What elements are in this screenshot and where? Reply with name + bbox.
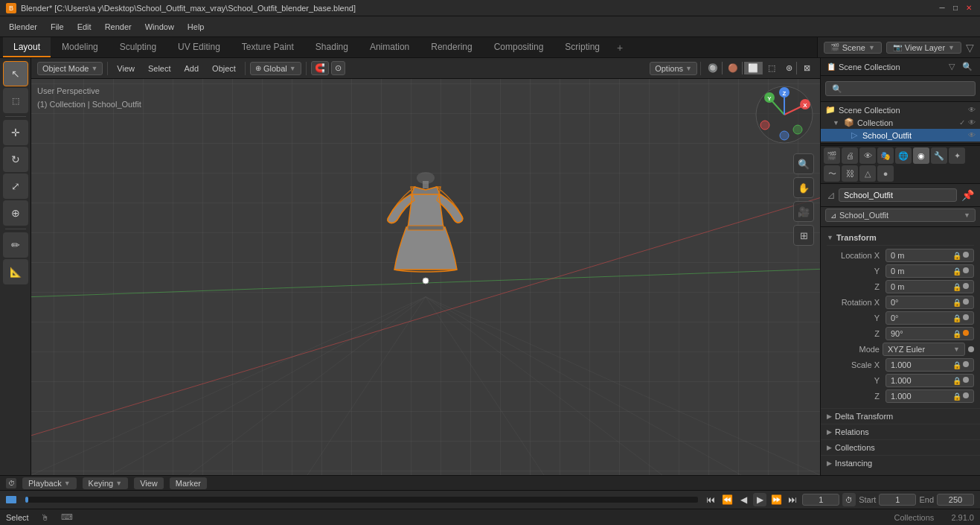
annotate-tool-button[interactable]: ✏ [3, 232, 28, 258]
workspace-tab-rendering[interactable]: Rendering [420, 37, 482, 57]
zoom-in-button[interactable]: 🔍 [793, 153, 814, 174]
menu-blender[interactable]: Blender [3, 20, 43, 34]
workspace-tab-layout[interactable]: Layout [3, 37, 51, 57]
rotation-z-field[interactable]: 90° 🔒 [885, 327, 974, 340]
rotation-x-field[interactable]: 0° 🔒 [885, 296, 974, 309]
navigation-gizmo[interactable]: X Y Z [755, 85, 814, 144]
collection-eye[interactable]: 👁 [968, 118, 976, 127]
workspace-tab-uv-editing[interactable]: UV Editing [167, 37, 231, 57]
jump-end-button[interactable]: ⏭ [786, 493, 799, 506]
school-outfit-visibility[interactable]: 👁 [968, 131, 976, 139]
timecode-display-button[interactable]: ⏱ [842, 493, 856, 506]
scene-properties-tab[interactable]: 🎭 [877, 147, 894, 164]
pan-view-button[interactable]: ✋ [793, 177, 814, 198]
workspace-tab-shading[interactable]: Shading [305, 37, 359, 57]
menu-file[interactable]: File [45, 20, 70, 34]
scale-y-keyframe[interactable] [963, 377, 969, 383]
close-button[interactable]: ✕ [964, 3, 974, 13]
modifier-properties-tab[interactable]: 🔧 [931, 147, 947, 164]
location-x-keyframe[interactable] [963, 252, 969, 258]
playback-menu[interactable]: Playback ▼ [22, 477, 77, 489]
step-back-button[interactable]: ⏪ [720, 493, 734, 506]
mode-keyframe[interactable] [968, 346, 974, 352]
workspace-tab-animation[interactable]: Animation [359, 37, 420, 57]
location-z-field[interactable]: 0 m 🔒 [885, 280, 974, 293]
scale-z-lock[interactable]: 🔒 [952, 392, 961, 401]
keying-menu[interactable]: Keying ▼ [83, 477, 129, 489]
material-properties-tab[interactable]: ● [877, 165, 894, 182]
jump-start-button[interactable]: ⏮ [704, 493, 717, 506]
location-y-field[interactable]: 0 m 🔒 [885, 264, 974, 278]
data-properties-tab[interactable]: △ [859, 165, 876, 182]
measure-tool-button[interactable]: 📐 [3, 259, 28, 284]
select-tool-button[interactable]: ↖ [3, 61, 28, 86]
scale-y-lock[interactable]: 🔒 [952, 377, 961, 385]
proportional-edit-button[interactable]: ⊙ [331, 61, 345, 75]
filter-outliner-button[interactable]: ▽ [945, 60, 958, 74]
move-tool-button[interactable]: ✛ [3, 120, 28, 145]
timeline-scrubber[interactable] [25, 497, 698, 503]
add-workspace-button[interactable]: + [611, 37, 629, 57]
select-box-button[interactable]: ⬚ [3, 88, 28, 113]
collections-row[interactable]: ▶ Collections [821, 439, 980, 455]
scale-x-field[interactable]: 1.000 🔒 [885, 358, 974, 372]
world-properties-tab[interactable]: 🌐 [895, 147, 912, 164]
play-back-button[interactable]: ◀ [737, 493, 750, 506]
relations-row[interactable]: ▶ Relations [821, 424, 980, 439]
menu-help[interactable]: Help [182, 20, 211, 34]
scene-selector[interactable]: 🎬 Scene ▼ [824, 42, 882, 54]
tree-item-scene-collection[interactable]: 📁 Scene Collection 👁 [821, 104, 980, 116]
start-frame-input[interactable]: 1 [879, 494, 916, 506]
viewport-canvas[interactable]: User Perspective (1) Collection | School… [31, 79, 820, 475]
delta-transform-row[interactable]: ▶ Delta Transform [821, 408, 980, 424]
rotation-x-lock[interactable]: 🔒 [952, 299, 961, 307]
workspace-tab-sculpting[interactable]: Sculpting [109, 37, 167, 57]
workspace-tab-texture-paint[interactable]: Texture Paint [231, 37, 304, 57]
rotation-y-lock[interactable]: 🔒 [952, 314, 961, 322]
search-outliner-button[interactable]: 🔍 [961, 60, 974, 74]
physics-properties-tab[interactable]: 〜 [824, 165, 840, 182]
view-menu[interactable]: View [112, 63, 139, 74]
location-y-lock[interactable]: 🔒 [952, 267, 961, 276]
object-menu[interactable]: Object [208, 63, 240, 74]
view-properties-tab[interactable]: 👁 [859, 147, 876, 164]
location-x-field[interactable]: 0 m 🔒 [885, 249, 974, 262]
select-menu[interactable]: Select [144, 63, 176, 74]
scene-collection-visibility[interactable]: 👁 [968, 106, 976, 114]
camera-button[interactable]: 🎥 [793, 201, 814, 222]
object-name-input[interactable] [839, 188, 957, 202]
object-properties-tab[interactable]: ◉ [913, 147, 929, 164]
transform-tool-button[interactable]: ⊕ [3, 200, 28, 226]
location-z-lock[interactable]: 🔒 [952, 283, 961, 291]
current-frame-input[interactable]: 1 [802, 494, 839, 506]
rotation-z-keyframe[interactable] [963, 330, 969, 336]
outliner-search-input[interactable] [825, 81, 976, 96]
render-properties-tab[interactable]: 🎬 [824, 147, 840, 164]
rotation-y-keyframe[interactable] [963, 314, 969, 320]
rotate-tool-button[interactable]: ↻ [3, 147, 28, 172]
marker-menu[interactable]: Marker [170, 477, 207, 489]
rotation-y-field[interactable]: 0° 🔒 [885, 311, 974, 325]
toggle-overlays-button[interactable]: ⊛ [782, 62, 797, 74]
snap-button[interactable]: 🧲 [311, 61, 329, 75]
grid-view-button[interactable]: ⊞ [793, 225, 814, 246]
view-layer-selector[interactable]: 📷 View Layer ▼ [886, 42, 961, 54]
scale-x-keyframe[interactable] [963, 361, 969, 367]
view-menu[interactable]: View [134, 477, 164, 489]
rotation-x-keyframe[interactable] [963, 299, 969, 305]
end-frame-input[interactable]: 250 [937, 494, 974, 506]
scale-z-field[interactable]: 1.000 🔒 [885, 389, 974, 403]
minimize-button[interactable]: ─ [937, 3, 947, 13]
scale-y-field[interactable]: 1.000 🔒 [885, 374, 974, 387]
toggle-xray-button[interactable]: ⊠ [800, 62, 814, 74]
step-forward-button[interactable]: ⏩ [769, 493, 783, 506]
scale-tool-button[interactable]: ⤢ [3, 174, 28, 199]
viewport-shading-solid[interactable]: 🔘 [704, 62, 723, 74]
menu-render[interactable]: Render [99, 20, 138, 34]
location-z-keyframe[interactable] [963, 283, 969, 289]
viewport-shading-material[interactable]: 🟤 [724, 62, 743, 74]
menu-edit[interactable]: Edit [71, 20, 97, 34]
pin-object-button[interactable]: 📌 [961, 189, 974, 201]
output-properties-tab[interactable]: 🖨 [842, 147, 858, 164]
viewport-shading-wireframe[interactable]: ⬚ [764, 62, 779, 74]
